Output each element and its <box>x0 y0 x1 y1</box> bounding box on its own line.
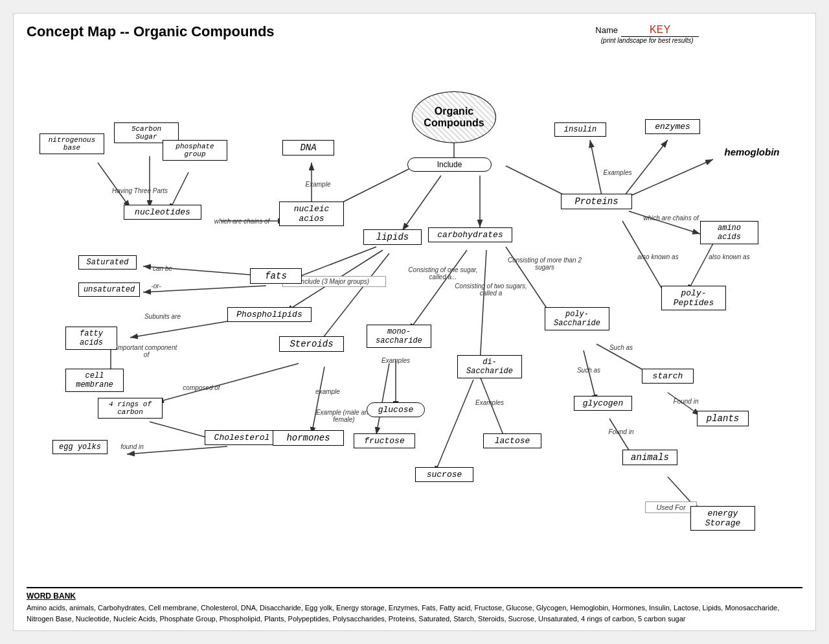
name-value: KEY <box>621 23 699 37</box>
svg-line-26 <box>376 363 389 435</box>
connector-such-as-starch: Such as <box>602 344 641 351</box>
svg-line-36 <box>687 244 713 292</box>
svg-line-30 <box>584 351 596 402</box>
node-plants: plants <box>697 411 749 426</box>
node-starch: starch <box>642 369 694 384</box>
node-lactose: lactose <box>483 433 541 448</box>
svg-line-9 <box>98 163 130 208</box>
node-energy-storage: energy Storage <box>690 506 755 531</box>
svg-line-11 <box>292 247 376 279</box>
node-fatty-acids: fatty acids <box>65 327 117 350</box>
node-hemoglobin: hemoglobin <box>713 146 791 157</box>
page-title: Concept Map -- Organic Compounds <box>27 23 275 40</box>
connector-found-in-animals: Found in <box>602 428 641 435</box>
node-carbohydrates: carbohydrates <box>428 227 512 242</box>
node-include: Include <box>407 157 492 172</box>
svg-line-2 <box>402 176 441 231</box>
node-fructose: fructose <box>354 433 415 448</box>
connector-consisting-more: Consisting of more than 2 sugars <box>503 257 587 271</box>
connector-having-three-parts: Having Three Parts <box>98 187 182 194</box>
node-organic-compounds: Organic Compounds <box>412 91 496 143</box>
node-monosaccharide: mono- saccharide <box>367 325 431 348</box>
connector-or: -or- <box>146 282 166 290</box>
page: Concept Map -- Organic Compounds Name KE… <box>13 13 816 631</box>
connector-example-dna: Example <box>299 181 337 188</box>
connector-subunits-are: Subunits are <box>137 313 188 320</box>
node-proteins: Proteins <box>561 194 632 209</box>
node-polypeptides: poly- Peptides <box>661 286 726 310</box>
node-nucleic-acids: nucleic acios <box>279 201 344 226</box>
connector-used-for: Used For <box>645 501 697 513</box>
node-cholesterol: Cholesterol <box>205 430 279 445</box>
node-phospholipids: Phospholipids <box>227 307 312 322</box>
node-unsaturated: unsaturated <box>78 282 140 297</box>
node-four-rings: 4 rings of carbon <box>98 398 163 419</box>
connector-consisting-one: Consisting of one sugar, called a... <box>401 266 485 281</box>
connector-chains-of: which are chains of <box>205 218 279 225</box>
node-cell-membrane: cell membrane <box>65 369 124 392</box>
connector-can-be: can be <box>146 265 179 272</box>
svg-line-27 <box>480 376 506 441</box>
node-saturated: Saturated <box>78 255 137 270</box>
node-animals: animals <box>622 450 677 465</box>
node-disaccharide: di- Saccharide <box>457 355 522 378</box>
connector-examples-mono: Examples <box>376 357 415 364</box>
node-insulin: insulin <box>554 122 606 137</box>
connector-examples-disaccharide: Examples <box>470 399 509 406</box>
node-glycogen: glycogen <box>574 396 632 411</box>
connector-chains-of-proteins: which are chains of <box>635 214 707 222</box>
node-phosphate-group: phosphate group <box>163 140 227 161</box>
connector-found-in-plants: Found in <box>666 398 705 405</box>
name-label: Name <box>595 25 618 35</box>
connector-composed-of: composed of <box>176 384 227 391</box>
connector-also-known-as-amino: also known as <box>703 253 755 260</box>
word-bank: WORD BANK Amino acids, animals, Carbohyd… <box>27 587 802 624</box>
node-lipids: lipids <box>363 229 422 245</box>
connector-examples-proteins: Examples <box>596 169 639 176</box>
svg-line-39 <box>632 159 713 195</box>
node-egg-yolks: egg yolks <box>52 440 108 454</box>
arrows-svg <box>14 14 815 630</box>
node-dna: DNA <box>282 140 334 155</box>
svg-line-21 <box>312 367 324 435</box>
word-bank-content: Amino acids, animals, Carbohydrates, Cel… <box>27 603 802 624</box>
connector-consisting-two: Consisting of two sugars, called a <box>449 282 533 297</box>
name-area: Name KEY (print landscape for best resul… <box>595 23 699 44</box>
word-bank-title: WORD BANK <box>27 592 802 601</box>
node-glucose: glucose <box>367 402 425 417</box>
node-hormones: hormones <box>273 430 344 446</box>
node-sucrose: sucrose <box>415 467 473 482</box>
connector-example-steroids: example <box>312 388 344 395</box>
connector-such-as-glycogen: Such as <box>569 367 608 374</box>
connector-also-known-as-polypeptides: also known as <box>632 253 684 260</box>
node-nucleotides: nucleotides <box>124 205 201 220</box>
svg-line-28 <box>435 380 473 474</box>
print-note: (print landscape for best results) <box>595 37 699 44</box>
svg-line-18 <box>156 363 299 402</box>
node-enzymes: enzymes <box>645 119 700 134</box>
node-steroids: Steroids <box>279 336 344 352</box>
node-polysaccharide: poly- Saccharide <box>545 307 609 330</box>
node-amino-acids: amino acids <box>700 221 758 244</box>
node-fats: fats <box>250 268 302 284</box>
node-nitrogenous-base: nitrogenous base <box>40 133 104 154</box>
connector-important-component: Important component of <box>114 344 179 358</box>
connector-found-in-cholesterol: found in <box>109 443 155 450</box>
